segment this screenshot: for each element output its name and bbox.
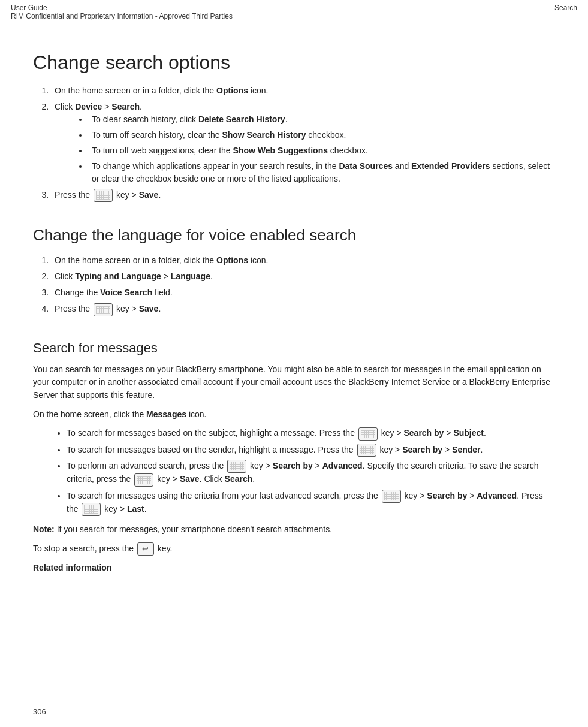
s2-s3-before: Change the xyxy=(55,288,100,297)
b1-bold: Delete Search History xyxy=(198,114,285,124)
menu-key-icon-1 xyxy=(94,189,113,202)
b2-after: checkbox. xyxy=(306,130,346,140)
s2-s2-bold1: Typing and Language xyxy=(75,272,161,281)
s3-b1-after: . xyxy=(484,428,486,438)
s3-b3-after: . xyxy=(252,474,255,484)
s2-s4-bold: Save xyxy=(139,304,159,313)
bullet4: To change which applications appear in y… xyxy=(88,160,555,185)
s3-bullet4: To search for messages using the criteri… xyxy=(67,490,555,517)
s3-b4-bold2: Advanced xyxy=(477,491,517,500)
s3-b2-mid: key > xyxy=(378,445,403,454)
s3-b1-bold1: Search by xyxy=(403,428,444,438)
step2-text-before: Click xyxy=(55,102,75,111)
step3-after: key > xyxy=(114,190,139,200)
b2-before: To turn off search history, clear the xyxy=(92,130,222,140)
s3-b4-m4: key > xyxy=(102,504,127,514)
home-screen-text: On the home screen, click the Messages i… xyxy=(33,408,555,421)
s3-b3-mid: key > xyxy=(248,461,273,470)
s3-b4-bold1: Search by xyxy=(427,491,467,500)
s3-b3-bold3: Save xyxy=(180,474,200,484)
step1-item: On the home screen or in a folder, click… xyxy=(51,85,555,97)
s2-s3-after: field. xyxy=(152,288,172,297)
bullet3: To turn off web suggestions, clear the S… xyxy=(88,144,555,157)
hs-bold: Messages xyxy=(146,409,186,419)
b2-bold: Show Search History xyxy=(222,130,306,140)
s3-bullet3: To perform an advanced search, press the… xyxy=(67,460,555,487)
s3-b3-m4: key > xyxy=(155,474,180,484)
header-right: Search xyxy=(554,4,577,20)
s3-b3-bold2: Advanced xyxy=(322,461,363,470)
note-text: If you search for messages, your smartph… xyxy=(55,524,332,534)
b3-bold: Show Web Suggestions xyxy=(233,146,328,155)
hs-before: On the home screen, click the xyxy=(33,409,146,419)
step2-item: Click Device > Search. To clear search h… xyxy=(51,101,555,185)
s3-b3-bold4: Search xyxy=(225,474,253,484)
menu-key-icon-2 xyxy=(94,303,113,316)
s2-step2: Click Typing and Language > Language. xyxy=(51,270,555,283)
section2-steps: On the home screen or in a folder, click… xyxy=(51,254,555,316)
section3-intro: You can search for messages on your Blac… xyxy=(33,363,555,402)
s3-b2-bold1: Search by xyxy=(402,445,442,454)
stop-after: key. xyxy=(155,544,173,553)
header-left: User Guide RIM Confidential and Propriet… xyxy=(11,4,233,20)
step3-bold: Save xyxy=(139,190,159,200)
s3-bullet2: To search for messages based on the send… xyxy=(67,444,555,457)
b4-bold2: Extended Providers xyxy=(411,161,490,171)
menu-key-icon-6 xyxy=(134,473,153,487)
s2-s3-bold: Voice Search xyxy=(100,288,152,297)
section1-steps: On the home screen or in a folder, click… xyxy=(51,85,555,202)
s3-b3-m2: > xyxy=(313,461,322,470)
b4-bold1: Data Sources xyxy=(339,161,392,171)
menu-key-icon-5 xyxy=(227,460,246,473)
stop-search-paragraph: To stop a search, press the key. xyxy=(33,542,555,556)
s3-b1-m2: > xyxy=(444,428,453,438)
hs-after: icon. xyxy=(186,409,206,419)
b1-after: . xyxy=(285,114,288,124)
s2-step3: Change the Voice Search field. xyxy=(51,286,555,299)
s2-s1-after: icon. xyxy=(248,255,268,265)
bullet2: To turn off search history, clear the Sh… xyxy=(88,129,555,141)
s2-s2-before: Click xyxy=(55,272,75,281)
page-number: 306 xyxy=(33,707,46,716)
step1-text-after: icon. xyxy=(248,86,268,95)
s3-b2-before: To search for messages based on the send… xyxy=(67,445,356,454)
s2-step1: On the home screen or in a folder, click… xyxy=(51,254,555,267)
s2-s1-before: On the home screen or in a folder, click… xyxy=(55,255,216,265)
step2-text-middle: > xyxy=(102,102,111,111)
section1-title: Change search options xyxy=(33,52,555,74)
b1-before: To clear search history, click xyxy=(92,114,198,124)
page-header: User Guide RIM Confidential and Propriet… xyxy=(0,0,588,23)
s2-step4: Press the key > Save. xyxy=(51,303,555,316)
b4-before: To change which applications appear in y… xyxy=(92,161,339,171)
s3-b4-m2: > xyxy=(467,491,477,500)
stop-key-icon xyxy=(137,542,154,556)
s3-b2-after: . xyxy=(481,445,483,454)
s3-b1-before: To search for messages based on the subj… xyxy=(67,428,357,438)
menu-key-icon-4 xyxy=(357,444,376,457)
guide-title: User Guide xyxy=(11,4,233,12)
s2-s4-end: . xyxy=(158,304,161,313)
s3-b3-m5: . Click xyxy=(200,474,225,484)
step2-bold1: Device xyxy=(75,102,102,111)
related-info: Related information xyxy=(33,562,555,575)
b3-after: checkbox. xyxy=(328,146,368,155)
s3-b2-m2: > xyxy=(442,445,452,454)
s3-b1-mid: key > xyxy=(379,428,404,438)
step3-end: . xyxy=(158,190,161,200)
b3-before: To turn off web suggestions, clear the xyxy=(92,146,233,155)
step2-bold2: Search xyxy=(111,102,140,111)
note-bold: Note: xyxy=(33,524,55,534)
section3-title: Search for messages xyxy=(33,340,555,356)
step3-before: Press the xyxy=(55,190,92,200)
step1-bold: Options xyxy=(216,86,248,95)
confidential-label: RIM Confidential and Proprietary Informa… xyxy=(11,12,233,20)
s2-s4-before: Press the xyxy=(55,304,92,313)
s3-b1-bold2: Subject xyxy=(453,428,484,438)
s2-s1-bold: Options xyxy=(216,255,248,265)
s3-b4-mid: key > xyxy=(402,491,427,500)
menu-key-icon-8 xyxy=(82,503,101,516)
step1-text-before: On the home screen or in a folder, click… xyxy=(55,86,216,95)
section1-bullets: To clear search history, click Delete Se… xyxy=(88,113,555,185)
s3-b4-before: To search for messages using the criteri… xyxy=(67,491,381,500)
menu-key-icon-7 xyxy=(382,490,401,503)
